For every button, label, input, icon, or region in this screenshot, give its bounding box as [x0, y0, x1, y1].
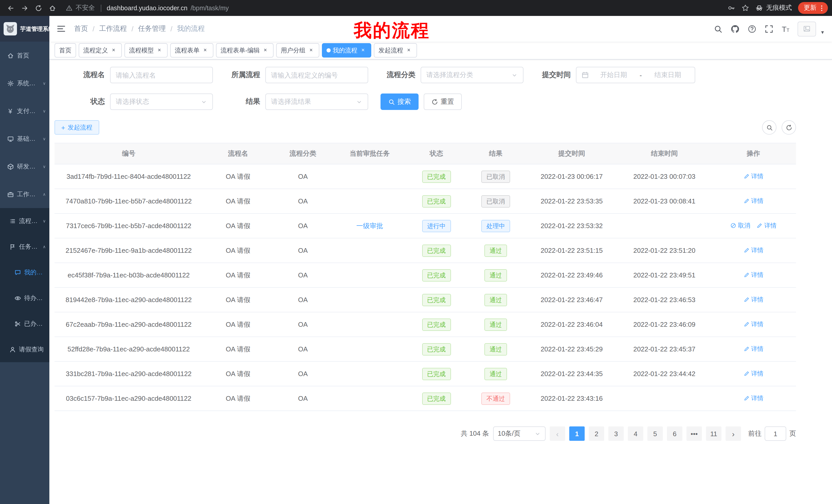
- pagination-page-6[interactable]: 6: [667, 426, 682, 441]
- update-button[interactable]: 更新: [798, 2, 828, 14]
- search-icon[interactable]: [714, 24, 723, 33]
- chevron-down-icon: [201, 99, 207, 105]
- current-task-link[interactable]: 一级审批: [356, 222, 383, 229]
- help-icon[interactable]: [748, 24, 757, 33]
- tab-process-form-edit[interactable]: 流程表单-编辑×: [216, 43, 274, 58]
- page-size-select[interactable]: 10条/页: [493, 426, 546, 441]
- pagination-prev-button[interactable]: ‹: [550, 426, 565, 441]
- action-label: 详情: [751, 394, 763, 403]
- app-logo[interactable]: 芋道管理系统: [0, 16, 49, 41]
- sidebar-item-todo-tasks[interactable]: 待办任务: [0, 285, 49, 311]
- reset-button[interactable]: 重置: [424, 93, 462, 110]
- sidebar-item-done-tasks[interactable]: 已办任务: [0, 311, 49, 337]
- process-name-input[interactable]: [110, 67, 213, 83]
- status-select[interactable]: 请选择状态: [110, 93, 213, 110]
- home-icon[interactable]: [46, 2, 59, 15]
- sidebar-item-devtools[interactable]: 研发工具∨: [0, 152, 49, 180]
- row-id-cell: 7317cec6-7b9b-11ec-b5b7-acde48001122: [54, 214, 203, 238]
- pagination-ellipsis[interactable]: •••: [686, 426, 702, 441]
- back-icon[interactable]: [4, 2, 17, 15]
- tab-my-process[interactable]: 我的流程×: [322, 43, 371, 58]
- sidebar-item-process-mgmt[interactable]: 流程管理∨: [0, 208, 49, 234]
- row-submit-time-cell: 2022-01-22 23:46:04: [525, 312, 618, 337]
- kebab-menu-icon[interactable]: [818, 4, 825, 11]
- address-bar[interactable]: 不安全 dashboard.yudao.iocoder.cn/bpm/task/…: [66, 4, 229, 12]
- tab-process-definition[interactable]: 流程定义×: [79, 43, 122, 58]
- column-header-actions: 操作: [711, 143, 796, 164]
- detail-button[interactable]: 详情: [743, 320, 763, 329]
- process-name-input-field[interactable]: [116, 71, 207, 79]
- toggle-search-button[interactable]: [762, 120, 777, 135]
- close-icon[interactable]: ×: [308, 47, 315, 54]
- filter-row-1: 流程名 所属流程 流程分类 请选择流程分类: [70, 67, 796, 83]
- close-icon[interactable]: ×: [202, 47, 209, 54]
- hamburger-icon[interactable]: [57, 24, 66, 33]
- sidebar-item-system[interactable]: 系统管理∨: [0, 69, 49, 97]
- avatar[interactable]: [798, 21, 816, 36]
- search-button[interactable]: 搜索: [381, 93, 419, 110]
- close-icon[interactable]: ×: [405, 47, 412, 54]
- sidebar-item-payment[interactable]: ¥支付管理∨: [0, 97, 49, 125]
- url-divider: [101, 4, 101, 11]
- goto-page-input[interactable]: [765, 426, 786, 441]
- reload-icon[interactable]: [32, 2, 45, 15]
- filter-label: 提交时间: [536, 71, 571, 80]
- submit-time-range-picker[interactable]: 开始日期 - 结束日期: [576, 67, 695, 83]
- pagination-page-4[interactable]: 4: [628, 426, 643, 441]
- key-icon[interactable]: [728, 4, 735, 12]
- pagination-page-1[interactable]: 1: [569, 426, 585, 441]
- close-icon[interactable]: ×: [110, 47, 117, 54]
- pagination-next-button[interactable]: ›: [726, 426, 741, 441]
- sidebar-item-infrastructure[interactable]: 基础设施∨: [0, 125, 49, 152]
- detail-button[interactable]: 详情: [743, 345, 763, 354]
- detail-button[interactable]: 详情: [743, 197, 763, 205]
- github-icon[interactable]: [731, 24, 740, 33]
- forward-icon[interactable]: [18, 2, 31, 15]
- process-definition-input[interactable]: [265, 67, 368, 83]
- create-process-button[interactable]: + 发起流程: [54, 120, 99, 135]
- tab-home[interactable]: 首页: [54, 43, 76, 58]
- tab-process-form[interactable]: 流程表单×: [170, 43, 213, 58]
- close-icon[interactable]: ×: [262, 47, 269, 54]
- breadcrumb-item-home[interactable]: 首页: [74, 24, 88, 33]
- status-tag: 已完成: [422, 392, 451, 404]
- detail-button[interactable]: 详情: [756, 221, 777, 230]
- font-size-icon[interactable]: TT: [782, 25, 789, 33]
- detail-button[interactable]: 详情: [743, 296, 763, 304]
- result-select[interactable]: 请选择流结果: [265, 93, 368, 110]
- breadcrumb-item-task-mgmt[interactable]: 任务管理: [138, 24, 166, 33]
- chrome-toolbar-right: 无痕模式 更新: [728, 2, 828, 14]
- sidebar-item-home[interactable]: 首页: [0, 41, 49, 69]
- pagination-page-2[interactable]: 2: [589, 426, 604, 441]
- tab-start-process[interactable]: 发起流程×: [374, 43, 417, 58]
- sidebar-item-leave-query[interactable]: 请假查询: [0, 337, 49, 362]
- detail-button[interactable]: 详情: [743, 394, 763, 403]
- close-icon[interactable]: ×: [359, 47, 367, 54]
- pagination-page-5[interactable]: 5: [647, 426, 663, 441]
- close-icon[interactable]: ×: [156, 47, 163, 54]
- refresh-table-button[interactable]: [782, 120, 796, 135]
- pagination-page-11[interactable]: 11: [706, 426, 722, 441]
- category-select[interactable]: 请选择流程分类: [421, 67, 523, 83]
- detail-button[interactable]: 详情: [743, 172, 763, 181]
- tab-process-model[interactable]: 流程模型×: [125, 43, 167, 58]
- detail-button[interactable]: 详情: [743, 369, 763, 378]
- browser-chrome: 不安全 dashboard.yudao.iocoder.cn/bpm/task/…: [0, 0, 832, 16]
- tab-user-group[interactable]: 用户分组×: [276, 43, 319, 58]
- row-result-cell: 通过: [466, 263, 525, 287]
- detail-button[interactable]: 详情: [743, 271, 763, 279]
- caret-down-icon[interactable]: ▼: [820, 30, 825, 35]
- row-end-time-cell: 2022-01-22 23:46:53: [618, 287, 711, 312]
- sidebar-item-my-process[interactable]: 我的流程: [0, 259, 49, 285]
- pagination-page-3[interactable]: 3: [608, 426, 624, 441]
- breadcrumb-item-workflow[interactable]: 工作流程: [99, 24, 127, 33]
- detail-button[interactable]: 详情: [743, 246, 763, 255]
- cancel-button[interactable]: 取消: [730, 221, 750, 230]
- sidebar-item-task-mgmt[interactable]: 任务管理∧: [0, 234, 49, 259]
- table-toolbar: + 发起流程: [54, 120, 796, 135]
- sidebar-item-workflow[interactable]: 工作流程∧: [0, 180, 49, 208]
- fullscreen-icon[interactable]: [765, 24, 774, 33]
- bookmark-star-icon[interactable]: [742, 4, 749, 12]
- process-definition-input-field[interactable]: [271, 71, 363, 79]
- edit-icon: [743, 321, 750, 328]
